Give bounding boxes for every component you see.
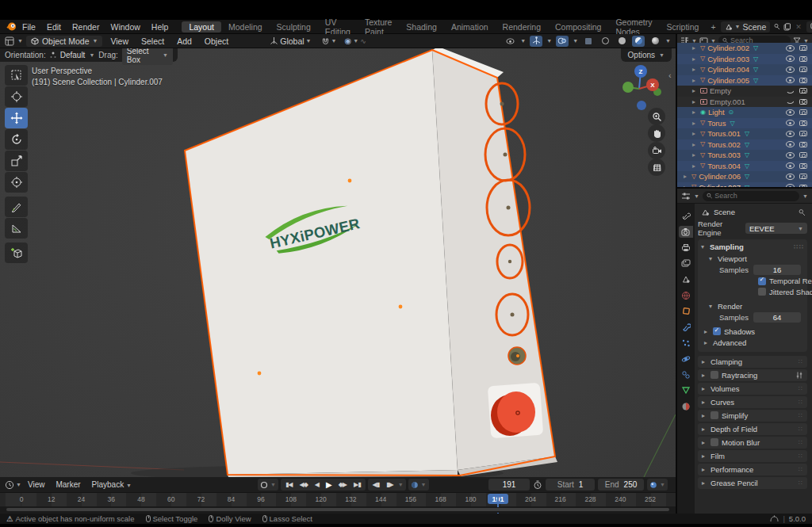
outliner-row[interactable]: ▸Empty — [677, 86, 812, 97]
show-overlays-icon[interactable] — [556, 36, 569, 47]
eye-closed-icon[interactable] — [786, 89, 795, 94]
red-knob-switch[interactable] — [488, 383, 543, 438]
eye-icon[interactable] — [786, 109, 795, 116]
camera-icon[interactable] — [799, 99, 807, 105]
tab-scripting[interactable]: Scripting — [660, 21, 707, 32]
breadcrumb-scene[interactable]: Scene — [714, 208, 735, 216]
menu-object[interactable]: Object — [200, 36, 233, 46]
eye-icon[interactable] — [786, 45, 795, 52]
new-scene-icon[interactable] — [783, 23, 791, 31]
pan-hand-button[interactable] — [648, 124, 665, 142]
timeline-ruler[interactable]: 0 12 24 36 48 60 72 84 96 108 120 132 14… — [0, 493, 676, 507]
checkbox-checked[interactable] — [758, 277, 766, 285]
checkbox[interactable] — [710, 371, 718, 379]
outliner-row[interactable]: ▸Empty.001 — [677, 97, 812, 108]
camera-icon[interactable] — [799, 120, 807, 126]
eye-icon[interactable] — [786, 141, 795, 147]
tab-shading[interactable]: Shading — [399, 21, 444, 32]
outliner-row[interactable]: ▸▽Cylinder.003▽ — [677, 54, 812, 65]
connector-port[interactable] — [508, 347, 526, 365]
camera-icon[interactable] — [799, 142, 807, 147]
tab-physics[interactable] — [679, 353, 693, 365]
timeline-scrollbar[interactable] — [0, 507, 676, 513]
outliner-row[interactable]: ▸▽Cylinder.005▽ — [677, 75, 812, 86]
tab-sculpting[interactable]: Sculpting — [270, 21, 318, 32]
outliner-row[interactable]: ▸▽Torus.003▽ — [677, 150, 812, 161]
checkbox[interactable] — [710, 438, 718, 446]
pin-icon[interactable] — [798, 208, 806, 216]
advanced-subpanel[interactable]: ▸Advanced — [701, 337, 804, 348]
tab-animation[interactable]: Animation — [444, 21, 496, 32]
sampling-header[interactable]: ▾Sampling∷∷ — [701, 241, 804, 253]
eye-closed-icon[interactable] — [786, 99, 795, 104]
section-raytracing[interactable]: ▸Raytracing — [698, 369, 807, 381]
tab-compositing[interactable]: Compositing — [548, 21, 608, 32]
render-subpanel[interactable]: ▾Render — [701, 300, 804, 311]
camera-icon[interactable] — [799, 131, 807, 136]
eye-icon[interactable] — [786, 67, 795, 73]
tab-scene[interactable] — [679, 273, 693, 285]
properties-editor-icon[interactable] — [681, 192, 691, 200]
shading-wireframe-icon[interactable] — [599, 36, 611, 47]
outliner-row[interactable]: ▸◉Light⊙ — [677, 107, 812, 118]
outliner-row[interactable]: ▸▽Cylinder.002▽ — [677, 43, 812, 54]
prev-keyframe-button[interactable]: ◀◆ — [297, 481, 310, 488]
camera-icon[interactable] — [799, 45, 807, 51]
jump-to-start-button[interactable]: ▮◀ — [283, 481, 295, 488]
tab-particles[interactable] — [679, 337, 693, 349]
menu-marker[interactable]: Marker — [51, 480, 85, 489]
section-simplify[interactable]: ▸Simplify∷ — [698, 410, 807, 422]
playhead[interactable]: 191 — [488, 494, 508, 504]
tab-world[interactable] — [679, 289, 693, 301]
section-curves[interactable]: ▸Curves∷ — [698, 396, 807, 408]
eye-icon[interactable] — [786, 131, 795, 137]
play-reverse-button[interactable]: ◀ — [312, 481, 321, 488]
camera-icon[interactable] — [799, 163, 807, 169]
eye-icon[interactable] — [786, 55, 795, 62]
tab-constraints[interactable] — [679, 369, 693, 380]
tab-tool[interactable] — [679, 210, 693, 222]
properties-search-input[interactable] — [714, 192, 795, 200]
gizmo-y-axis[interactable] — [622, 82, 634, 93]
menu-edit[interactable]: Edit — [41, 22, 67, 32]
checkbox[interactable] — [710, 411, 718, 419]
snap-magnet-icon[interactable] — [321, 36, 330, 45]
menu-view[interactable]: View — [105, 36, 133, 46]
viewport-samples-field[interactable]: 16 — [753, 265, 801, 275]
menu-select[interactable]: Select — [136, 36, 169, 46]
select-box-tool[interactable] — [5, 65, 28, 86]
render-engine-dropdown[interactable]: EEVEE▼ — [745, 223, 807, 234]
outliner-row[interactable]: ▸▽Torus.004▽ — [677, 161, 812, 172]
section-volumes[interactable]: ▸Volumes∷ — [698, 383, 807, 395]
eye-icon[interactable] — [786, 152, 795, 158]
auto-keying-button[interactable]: ▼ — [258, 479, 278, 491]
end-frame-field[interactable]: End250 — [598, 479, 644, 491]
viewport-subpanel[interactable]: ▾Viewport — [701, 253, 804, 264]
gizmo-neg-z-axis[interactable] — [637, 101, 646, 110]
section-film[interactable]: ▸Film∷ — [698, 450, 807, 462]
section-grease-pencil[interactable]: ▸Grease Pencil∷ — [698, 477, 807, 489]
zoom-button[interactable] — [648, 108, 665, 125]
outliner-row[interactable]: ▸▽Torus.001▽ — [677, 128, 812, 139]
shading-material-icon[interactable] — [632, 36, 645, 47]
measure-tool[interactable] — [5, 218, 28, 239]
menu-playback[interactable]: Playback ▼ — [87, 480, 136, 489]
eye-icon[interactable] — [786, 174, 795, 180]
section-depth-of-field[interactable]: ▸Depth of Field∷ — [698, 423, 807, 435]
timeline-editor-icon[interactable] — [5, 480, 14, 490]
scene-selector[interactable]: ▼ Scene — [721, 21, 771, 32]
menu-window[interactable]: Window — [105, 22, 145, 32]
playback-sync-dropdown[interactable]: ▼ — [408, 479, 429, 491]
chevron-down-icon[interactable]: ▼ — [802, 193, 808, 199]
toggle-xray-icon[interactable] — [582, 36, 595, 47]
menu-file[interactable]: File — [17, 22, 41, 32]
shading-rendered-icon[interactable] — [649, 36, 661, 47]
sidebar-collapse-arrow[interactable]: ‹ — [668, 71, 672, 80]
start-frame-field[interactable]: Start1 — [546, 479, 595, 491]
camera-view-button[interactable] — [648, 142, 665, 159]
step-back-button[interactable]: ◀▮ — [370, 481, 382, 488]
add-cube-tool[interactable] — [5, 242, 28, 263]
current-frame-field[interactable]: 191 — [488, 479, 530, 491]
3d-scene[interactable] — [0, 48, 676, 477]
cursor-tool[interactable] — [5, 86, 28, 107]
